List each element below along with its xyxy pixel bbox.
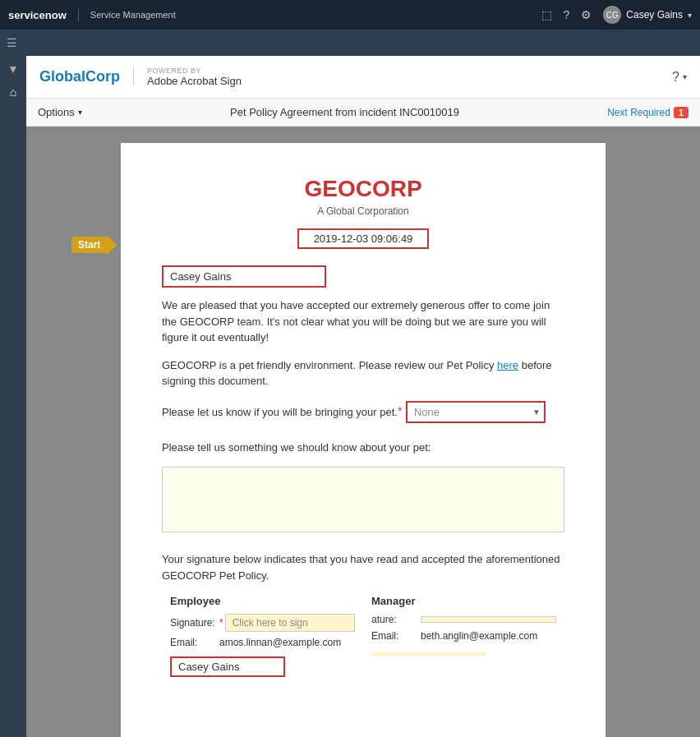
next-required-label: Next Required [607, 107, 670, 118]
start-arrow [107, 235, 117, 255]
options-bar: Options ▾ Pet Policy Agreement from inci… [26, 99, 700, 127]
user-badge[interactable]: CG Casey Gains ▾ [603, 6, 692, 24]
pet-select-wrapper: * None Yes No [406, 401, 546, 423]
document-area: Start GEOCORP A Global Corporation 2019-… [26, 127, 700, 737]
pet-textarea[interactable] [162, 467, 564, 532]
employee-sig-star: * [219, 617, 223, 629]
brand-help-icon[interactable]: ? [672, 70, 679, 85]
employee-email-label: Email: [170, 637, 219, 648]
pet-question-row: Please let us know if you will be bringi… [162, 401, 564, 423]
employee-sig-label: Signature: [170, 617, 219, 629]
next-required-badge: 1 [674, 107, 688, 118]
user-menu-chevron: ▾ [688, 11, 692, 20]
top-navigation: servicenow Service Management ⬚ ? ⚙ CG C… [0, 0, 700, 30]
globalcorp-title: GlobalCorp [39, 68, 134, 85]
start-label[interactable]: Start [71, 237, 107, 253]
employee-col-title: Employee [170, 595, 355, 607]
pet-question-label: Please let us know if you will be bringi… [162, 406, 398, 418]
next-required-button[interactable]: Next Required 1 [607, 107, 688, 118]
user-name: Casey Gains [626, 9, 683, 21]
employee-signature-row: Signature: * Click here to sign [170, 614, 355, 632]
servicenow-logo-text: servicenow [8, 9, 67, 21]
signature-grid: Employee Signature: * Click here to sign… [162, 595, 564, 677]
body-text-2: GEOCORP is a pet friendly environment. P… [162, 357, 564, 389]
pet-select[interactable]: None Yes No [406, 401, 546, 423]
servicenow-logo: servicenow [8, 9, 67, 21]
employee-name-bottom-field: Casey Gains [170, 656, 285, 677]
powered-by-section: POWERED BY Adobe Acrobat Sign [134, 67, 242, 87]
top-nav-right: ⬚ ? ⚙ CG Casey Gains ▾ [541, 6, 693, 24]
pet-required-star: * [398, 404, 402, 417]
history-icon[interactable]: ⬚ [541, 8, 552, 21]
manager-name-bottom-field [371, 652, 486, 656]
document-title: Pet Policy Agreement from incident INC00… [82, 106, 607, 118]
employee-email-row: Email: amos.linnan@example.com [170, 637, 355, 648]
manager-email-label: Email: [371, 630, 421, 642]
body-text-1: We are pleased that you have accepted ou… [162, 297, 564, 346]
employee-name-field: Casey Gains [162, 265, 326, 288]
menu-icon[interactable]: ☰ [7, 36, 17, 49]
user-avatar: CG [603, 6, 621, 24]
employee-email-value: amos.linnan@example.com [219, 637, 341, 648]
avatar-initials: CG [606, 11, 619, 20]
app-wrapper: ▼ ⌂ GlobalCorp POWERED BY Adobe Acrobat … [0, 56, 700, 737]
settings-icon[interactable]: ⚙ [581, 8, 592, 21]
options-label: Options [38, 106, 75, 118]
brand-help: ? ▾ [672, 70, 687, 85]
employee-click-to-sign[interactable]: Click here to sign [225, 614, 355, 632]
signature-section-text: Your signature below indicates that you … [162, 551, 564, 583]
document-paper: Start GEOCORP A Global Corporation 2019-… [121, 143, 606, 737]
company-title: GEOCORP [162, 176, 564, 202]
employee-signature-col: Employee Signature: * Click here to sign… [162, 595, 363, 677]
start-marker: Start [71, 235, 117, 255]
manager-email-row: Email: beth.anglin@example.com [371, 630, 556, 642]
adobe-sign-name: Adobe Acrobat Sign [147, 75, 242, 87]
company-subtitle: A Global Corporation [162, 205, 564, 217]
pet-textarea-label: Please tell us something we should know … [162, 440, 564, 456]
manager-sig-placeholder [421, 616, 556, 623]
content-wrapper: GlobalCorp POWERED BY Adobe Acrobat Sign… [26, 56, 700, 737]
brand-help-chevron: ▾ [683, 72, 687, 81]
date-field: 2019-12-03 09:06:49 [297, 228, 429, 249]
sidebar: ▼ ⌂ [0, 56, 26, 737]
options-button[interactable]: Options ▾ [38, 106, 82, 118]
second-bar: ☰ [0, 30, 700, 56]
manager-col-title: Manager [371, 595, 556, 607]
manager-sig-label: ature: [371, 614, 421, 625]
manager-signature-col: Manager ature: Email: beth.anglin@exampl… [363, 595, 564, 677]
logo-divider [78, 8, 79, 21]
sidebar-filter-icon[interactable]: ▼ [7, 62, 19, 76]
pet-policy-link[interactable]: here [497, 359, 518, 371]
powered-by-label: POWERED BY [147, 67, 242, 75]
brand-bar: GlobalCorp POWERED BY Adobe Acrobat Sign… [26, 56, 700, 99]
sidebar-home-icon[interactable]: ⌂ [10, 85, 16, 99]
manager-email-value: beth.anglin@example.com [421, 630, 537, 642]
manager-signature-row: ature: [371, 614, 556, 625]
top-nav-left: servicenow Service Management [8, 8, 176, 21]
body-text-2-prefix: GEOCORP is a pet friendly environment. P… [162, 359, 494, 371]
module-text: Service Management [90, 10, 176, 20]
help-icon[interactable]: ? [564, 8, 570, 21]
